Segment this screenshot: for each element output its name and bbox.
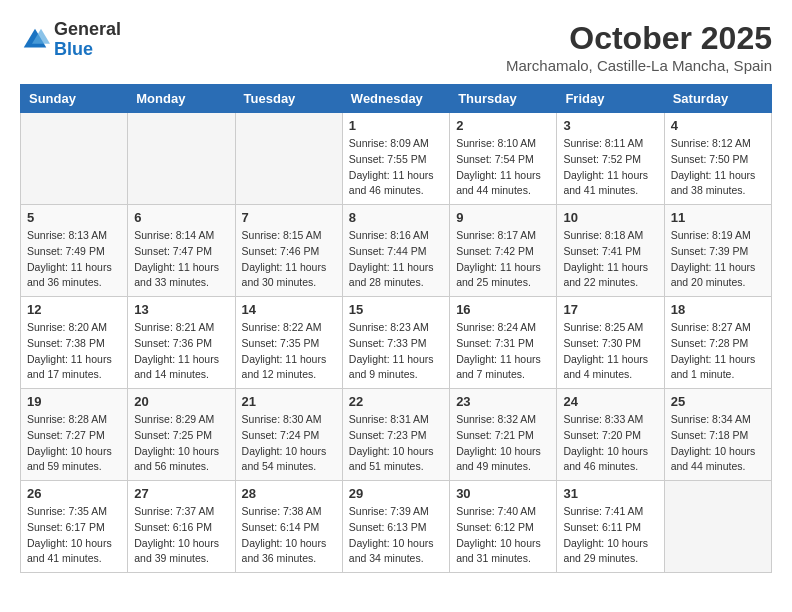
calendar-cell: 28Sunrise: 7:38 AM Sunset: 6:14 PM Dayli…: [235, 481, 342, 573]
calendar-cell: [128, 113, 235, 205]
day-number: 19: [27, 394, 121, 409]
day-number: 8: [349, 210, 443, 225]
calendar-week-5: 26Sunrise: 7:35 AM Sunset: 6:17 PM Dayli…: [21, 481, 772, 573]
weekday-header-tuesday: Tuesday: [235, 85, 342, 113]
calendar-cell: 29Sunrise: 7:39 AM Sunset: 6:13 PM Dayli…: [342, 481, 449, 573]
weekday-header-friday: Friday: [557, 85, 664, 113]
day-info: Sunrise: 8:13 AM Sunset: 7:49 PM Dayligh…: [27, 228, 121, 291]
day-info: Sunrise: 8:14 AM Sunset: 7:47 PM Dayligh…: [134, 228, 228, 291]
day-info: Sunrise: 7:38 AM Sunset: 6:14 PM Dayligh…: [242, 504, 336, 567]
title-block: October 2025 Marchamalo, Castille-La Man…: [506, 20, 772, 74]
logo-general-text: General: [54, 20, 121, 40]
day-number: 28: [242, 486, 336, 501]
calendar-cell: 5Sunrise: 8:13 AM Sunset: 7:49 PM Daylig…: [21, 205, 128, 297]
day-info: Sunrise: 7:39 AM Sunset: 6:13 PM Dayligh…: [349, 504, 443, 567]
day-info: Sunrise: 8:24 AM Sunset: 7:31 PM Dayligh…: [456, 320, 550, 383]
day-number: 3: [563, 118, 657, 133]
calendar-cell: 17Sunrise: 8:25 AM Sunset: 7:30 PM Dayli…: [557, 297, 664, 389]
day-info: Sunrise: 7:41 AM Sunset: 6:11 PM Dayligh…: [563, 504, 657, 567]
calendar-cell: 2Sunrise: 8:10 AM Sunset: 7:54 PM Daylig…: [450, 113, 557, 205]
calendar-cell: 7Sunrise: 8:15 AM Sunset: 7:46 PM Daylig…: [235, 205, 342, 297]
day-info: Sunrise: 8:28 AM Sunset: 7:27 PM Dayligh…: [27, 412, 121, 475]
day-info: Sunrise: 8:31 AM Sunset: 7:23 PM Dayligh…: [349, 412, 443, 475]
day-number: 25: [671, 394, 765, 409]
day-info: Sunrise: 8:27 AM Sunset: 7:28 PM Dayligh…: [671, 320, 765, 383]
day-number: 22: [349, 394, 443, 409]
calendar-cell: 10Sunrise: 8:18 AM Sunset: 7:41 PM Dayli…: [557, 205, 664, 297]
logo-icon: [20, 25, 50, 55]
calendar-cell: 26Sunrise: 7:35 AM Sunset: 6:17 PM Dayli…: [21, 481, 128, 573]
calendar-cell: 6Sunrise: 8:14 AM Sunset: 7:47 PM Daylig…: [128, 205, 235, 297]
calendar-cell: [21, 113, 128, 205]
calendar-cell: 30Sunrise: 7:40 AM Sunset: 6:12 PM Dayli…: [450, 481, 557, 573]
calendar-cell: [235, 113, 342, 205]
day-info: Sunrise: 8:32 AM Sunset: 7:21 PM Dayligh…: [456, 412, 550, 475]
calendar-cell: 13Sunrise: 8:21 AM Sunset: 7:36 PM Dayli…: [128, 297, 235, 389]
day-number: 31: [563, 486, 657, 501]
day-number: 16: [456, 302, 550, 317]
day-number: 11: [671, 210, 765, 225]
calendar-cell: 27Sunrise: 7:37 AM Sunset: 6:16 PM Dayli…: [128, 481, 235, 573]
calendar-cell: 24Sunrise: 8:33 AM Sunset: 7:20 PM Dayli…: [557, 389, 664, 481]
day-info: Sunrise: 8:21 AM Sunset: 7:36 PM Dayligh…: [134, 320, 228, 383]
weekday-header-sunday: Sunday: [21, 85, 128, 113]
calendar-cell: 14Sunrise: 8:22 AM Sunset: 7:35 PM Dayli…: [235, 297, 342, 389]
day-number: 13: [134, 302, 228, 317]
calendar-cell: 9Sunrise: 8:17 AM Sunset: 7:42 PM Daylig…: [450, 205, 557, 297]
day-number: 30: [456, 486, 550, 501]
day-number: 18: [671, 302, 765, 317]
day-info: Sunrise: 8:30 AM Sunset: 7:24 PM Dayligh…: [242, 412, 336, 475]
logo-blue-text: Blue: [54, 40, 121, 60]
calendar-week-3: 12Sunrise: 8:20 AM Sunset: 7:38 PM Dayli…: [21, 297, 772, 389]
calendar-cell: 21Sunrise: 8:30 AM Sunset: 7:24 PM Dayli…: [235, 389, 342, 481]
location-text: Marchamalo, Castille-La Mancha, Spain: [506, 57, 772, 74]
day-info: Sunrise: 8:17 AM Sunset: 7:42 PM Dayligh…: [456, 228, 550, 291]
logo: General Blue: [20, 20, 121, 60]
calendar-table: SundayMondayTuesdayWednesdayThursdayFrid…: [20, 84, 772, 573]
day-info: Sunrise: 8:20 AM Sunset: 7:38 PM Dayligh…: [27, 320, 121, 383]
day-number: 20: [134, 394, 228, 409]
day-info: Sunrise: 8:29 AM Sunset: 7:25 PM Dayligh…: [134, 412, 228, 475]
day-number: 2: [456, 118, 550, 133]
calendar-week-4: 19Sunrise: 8:28 AM Sunset: 7:27 PM Dayli…: [21, 389, 772, 481]
day-number: 26: [27, 486, 121, 501]
day-info: Sunrise: 8:10 AM Sunset: 7:54 PM Dayligh…: [456, 136, 550, 199]
day-number: 5: [27, 210, 121, 225]
day-info: Sunrise: 8:11 AM Sunset: 7:52 PM Dayligh…: [563, 136, 657, 199]
calendar-cell: 20Sunrise: 8:29 AM Sunset: 7:25 PM Dayli…: [128, 389, 235, 481]
day-info: Sunrise: 8:33 AM Sunset: 7:20 PM Dayligh…: [563, 412, 657, 475]
day-info: Sunrise: 8:19 AM Sunset: 7:39 PM Dayligh…: [671, 228, 765, 291]
day-info: Sunrise: 8:12 AM Sunset: 7:50 PM Dayligh…: [671, 136, 765, 199]
day-number: 23: [456, 394, 550, 409]
day-info: Sunrise: 8:34 AM Sunset: 7:18 PM Dayligh…: [671, 412, 765, 475]
day-number: 9: [456, 210, 550, 225]
calendar-week-1: 1Sunrise: 8:09 AM Sunset: 7:55 PM Daylig…: [21, 113, 772, 205]
calendar-cell: 16Sunrise: 8:24 AM Sunset: 7:31 PM Dayli…: [450, 297, 557, 389]
day-info: Sunrise: 8:16 AM Sunset: 7:44 PM Dayligh…: [349, 228, 443, 291]
day-number: 1: [349, 118, 443, 133]
day-info: Sunrise: 8:18 AM Sunset: 7:41 PM Dayligh…: [563, 228, 657, 291]
calendar-cell: [664, 481, 771, 573]
calendar-cell: 22Sunrise: 8:31 AM Sunset: 7:23 PM Dayli…: [342, 389, 449, 481]
calendar-cell: 1Sunrise: 8:09 AM Sunset: 7:55 PM Daylig…: [342, 113, 449, 205]
calendar-cell: 3Sunrise: 8:11 AM Sunset: 7:52 PM Daylig…: [557, 113, 664, 205]
day-info: Sunrise: 8:23 AM Sunset: 7:33 PM Dayligh…: [349, 320, 443, 383]
day-info: Sunrise: 7:35 AM Sunset: 6:17 PM Dayligh…: [27, 504, 121, 567]
weekday-header-wednesday: Wednesday: [342, 85, 449, 113]
day-number: 27: [134, 486, 228, 501]
calendar-week-2: 5Sunrise: 8:13 AM Sunset: 7:49 PM Daylig…: [21, 205, 772, 297]
weekday-header-saturday: Saturday: [664, 85, 771, 113]
day-number: 7: [242, 210, 336, 225]
month-title: October 2025: [506, 20, 772, 57]
day-info: Sunrise: 8:25 AM Sunset: 7:30 PM Dayligh…: [563, 320, 657, 383]
day-number: 15: [349, 302, 443, 317]
day-number: 14: [242, 302, 336, 317]
page-header: General Blue October 2025 Marchamalo, Ca…: [20, 20, 772, 74]
day-number: 12: [27, 302, 121, 317]
day-number: 29: [349, 486, 443, 501]
calendar-cell: 19Sunrise: 8:28 AM Sunset: 7:27 PM Dayli…: [21, 389, 128, 481]
day-info: Sunrise: 7:40 AM Sunset: 6:12 PM Dayligh…: [456, 504, 550, 567]
calendar-cell: 15Sunrise: 8:23 AM Sunset: 7:33 PM Dayli…: [342, 297, 449, 389]
calendar-cell: 18Sunrise: 8:27 AM Sunset: 7:28 PM Dayli…: [664, 297, 771, 389]
day-number: 21: [242, 394, 336, 409]
